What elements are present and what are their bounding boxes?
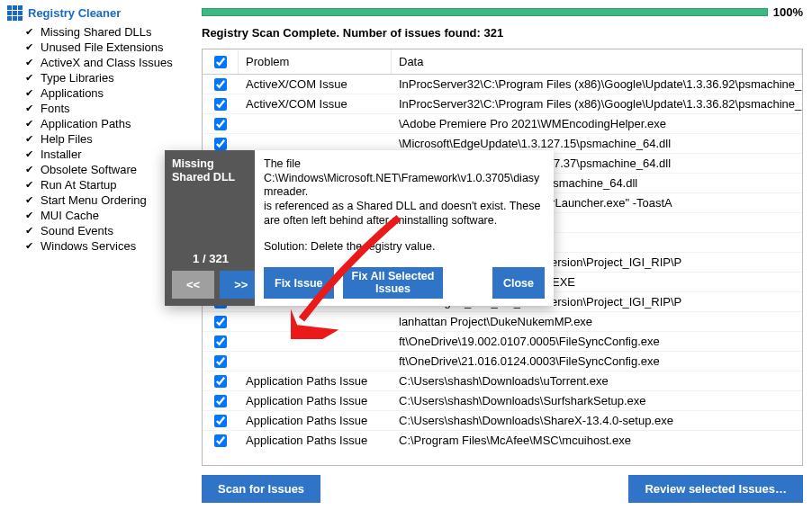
row-checkbox[interactable] [214, 415, 227, 427]
table-row[interactable]: ActiveX/COM IssueInProcServer32\C:\Progr… [203, 94, 802, 114]
row-checkbox[interactable] [214, 138, 227, 150]
row-checkbox[interactable] [214, 78, 227, 91]
row-data: InProcServer32\C:\Program Files (x86)\Go… [392, 75, 802, 94]
row-checkbox[interactable] [214, 355, 227, 368]
fix-all-selected-button[interactable]: Fix All SelectedIssues [343, 267, 444, 300]
check-icon: ✔ [25, 240, 33, 252]
row-problem: Application Paths Issue [239, 371, 392, 390]
row-check-cell [203, 115, 239, 133]
sidebar-item[interactable]: ✔Run At Startup [7, 177, 185, 192]
sidebar-item-label: Application Paths [41, 117, 131, 130]
sidebar-item[interactable]: ✔Applications [7, 85, 185, 101]
popup-description: The file C:\Windows\Microsoft.NET\Framew… [264, 157, 545, 255]
row-check-cell [203, 333, 239, 351]
header-problem[interactable]: Problem [239, 49, 392, 74]
sidebar-list: ✔Missing Shared DLLs✔Unused File Extensi… [7, 24, 185, 254]
header-data[interactable]: Data [392, 49, 802, 74]
table-header: Problem Data [203, 49, 802, 75]
sidebar-item[interactable]: ✔Start Menu Ordering [7, 192, 185, 208]
row-checkbox[interactable] [214, 375, 227, 388]
row-problem [239, 339, 392, 344]
footer-buttons: Scan for Issues Review selected Issues… [202, 475, 803, 503]
popup-line2: C:\Windows\Microsoft.NET\Framework\v1.0.… [264, 172, 539, 199]
check-icon: ✔ [25, 148, 33, 160]
check-icon: ✔ [25, 57, 33, 68]
sidebar-item-label: Obsolete Software [41, 163, 137, 176]
check-icon: ✔ [25, 103, 33, 114]
sidebar-item[interactable]: ✔Windows Services [7, 238, 185, 254]
sidebar-item[interactable]: ✔MUI Cache [7, 208, 185, 223]
row-check-cell [203, 392, 239, 410]
row-checkbox[interactable] [214, 98, 227, 111]
row-problem [239, 319, 392, 325]
popup-close-button[interactable]: Close [492, 267, 545, 300]
row-check-cell [203, 353, 239, 371]
sidebar-item[interactable]: ✔Sound Events [7, 223, 185, 238]
check-icon: ✔ [25, 210, 33, 221]
check-icon: ✔ [25, 225, 33, 237]
row-problem [239, 359, 392, 364]
sidebar-item-label: Start Menu Ordering [41, 193, 147, 207]
fix-issue-button[interactable]: Fix Issue [264, 267, 334, 300]
sidebar-item[interactable]: ✔Obsolete Software [7, 162, 185, 177]
sidebar-item-label: ActiveX and Class Issues [41, 56, 173, 69]
row-check-cell [203, 412, 239, 430]
popup-solution: Solution: Delete the registry value. [264, 240, 545, 255]
sidebar-item-label: Fonts [41, 102, 70, 115]
select-all-checkbox[interactable] [214, 56, 227, 68]
table-row[interactable]: Application Paths IssueC:\Program Files\… [203, 431, 802, 450]
row-checkbox[interactable] [214, 336, 227, 348]
row-problem: Application Paths Issue [239, 411, 392, 430]
row-data: C:\Users\shash\Downloads\uTorrent.exe [392, 371, 802, 390]
sidebar-item[interactable]: ✔Missing Shared DLLs [7, 24, 185, 40]
check-icon: ✔ [25, 194, 33, 206]
sidebar-title: Registry Cleaner [7, 5, 185, 21]
horizontal-scrollbar[interactable] [203, 450, 802, 465]
row-data: C:\Program Files\McAfee\MSC\mcuihost.exe [392, 431, 802, 450]
issue-detail-popup: Missing Shared DLL 1 / 321 << >> The fil… [165, 150, 554, 306]
popup-counter: 1 / 321 [172, 252, 249, 265]
row-data: lanhattan Project\DukeNukemMP.exe [392, 312, 802, 331]
check-icon: ✔ [25, 133, 33, 145]
row-checkbox[interactable] [214, 118, 227, 130]
sidebar-item[interactable]: ✔Installer [7, 147, 185, 162]
popup-actions: Fix Issue Fix All SelectedIssues Close [264, 267, 545, 300]
row-data: C:\Users\shash\Downloads\ShareX-13.4.0-s… [392, 411, 802, 430]
sidebar-item[interactable]: ✔Application Paths [7, 116, 185, 131]
table-row[interactable]: ActiveX/COM IssueInProcServer32\C:\Progr… [203, 75, 802, 94]
sidebar-item[interactable]: ✔Type Libraries [7, 70, 185, 85]
progress-row: 100% [202, 5, 803, 19]
check-icon: ✔ [25, 41, 33, 53]
progress-percent: 100% [773, 5, 803, 19]
check-icon: ✔ [25, 164, 33, 175]
popup-line3: is referenced as a Shared DLL and doesn'… [264, 200, 540, 227]
sidebar-item-label: Type Libraries [41, 71, 114, 85]
scan-button[interactable]: Scan for Issues [202, 475, 320, 503]
row-problem [239, 121, 392, 127]
sidebar-item[interactable]: ✔Help Files [7, 131, 185, 147]
sidebar-item[interactable]: ✔ActiveX and Class Issues [7, 55, 185, 70]
table-row[interactable]: lanhattan Project\DukeNukemMP.exe [203, 312, 802, 332]
table-row[interactable]: ft\OneDrive\19.002.0107.0005\FileSyncCon… [203, 332, 802, 352]
sidebar: Registry Cleaner ✔Missing Shared DLLs✔Un… [0, 0, 193, 510]
sidebar-item-label: Run At Startup [41, 178, 117, 192]
row-check-cell [203, 432, 239, 450]
row-checkbox[interactable] [214, 434, 227, 447]
grid-icon [7, 5, 23, 21]
sidebar-item[interactable]: ✔Fonts [7, 101, 185, 116]
sidebar-item[interactable]: ✔Unused File Extensions [7, 40, 185, 55]
popup-prev-button[interactable]: << [172, 271, 214, 299]
table-row[interactable]: ft\OneDrive\21.016.0124.0003\FileSyncCon… [203, 352, 802, 371]
table-row[interactable]: Application Paths IssueC:\Users\shash\Do… [203, 371, 802, 391]
sidebar-item-label: Applications [41, 86, 104, 100]
row-problem: Application Paths Issue [239, 391, 392, 410]
review-button[interactable]: Review selected Issues… [628, 475, 803, 503]
table-row[interactable]: Application Paths IssueC:\Users\shash\Do… [203, 411, 802, 431]
progress-bar [202, 8, 768, 16]
table-row[interactable]: Application Paths IssueC:\Users\shash\Do… [203, 391, 802, 411]
row-checkbox[interactable] [214, 395, 227, 407]
row-checkbox[interactable] [214, 316, 227, 328]
table-row[interactable]: \Adobe Premiere Pro 2021\WMEncodingHelpe… [203, 114, 802, 134]
row-data: \Adobe Premiere Pro 2021\WMEncodingHelpe… [392, 114, 802, 133]
popup-line1: The file [264, 157, 301, 170]
